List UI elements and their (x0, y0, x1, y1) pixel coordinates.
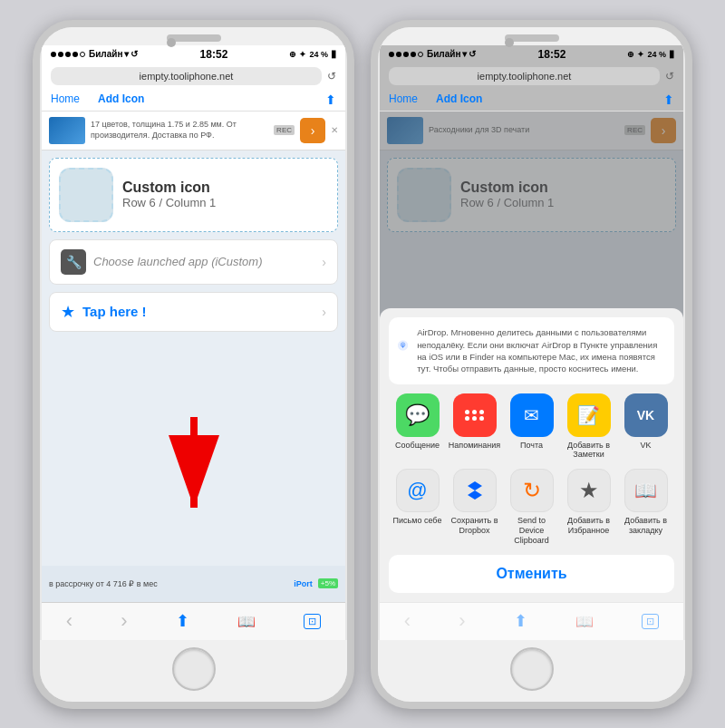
share-sheet: АirDrop. Мгновенно делитесь данными с по… (380, 308, 683, 601)
bottom-ad-badge: +5% (318, 578, 338, 588)
bottom-ad-left: в рассрочку от 4 716 ₽ в мес iPort +5% (42, 566, 345, 602)
share-btn-right[interactable]: ⬆ (663, 92, 674, 107)
send-device-icon: ↻ (510, 469, 554, 512)
share-messages[interactable]: 💬 Сообщение (392, 393, 444, 461)
url-input-right[interactable]: iempty.tooliphone.net (389, 67, 660, 85)
mail-self-icon: @ (396, 469, 440, 512)
share-vk[interactable]: VK VK (620, 393, 672, 461)
share-actions-row: @ Письмо себе Сохранить в Dropbox (389, 469, 674, 545)
battery-icon-right: ▮ (669, 48, 674, 60)
ad-image-left (49, 117, 85, 144)
screen-right: Билайн ▾ ↺ 18:52 ⊕ ✦ 24 % ▮ iempty.tooli… (380, 45, 683, 640)
carrier-right: Билайн (427, 49, 460, 59)
airdrop-banner: АirDrop. Мгновенно делитесь данными с по… (389, 317, 674, 383)
bookmarks-btn-right[interactable]: 📖 (575, 613, 594, 630)
tap-here-row-left[interactable]: ★ Tap here ! › (49, 292, 338, 332)
tabs-btn-right[interactable]: ⊡ (642, 614, 659, 629)
icon-title-left: Custom icon (122, 180, 216, 196)
share-btn-left[interactable]: ⬆ (325, 92, 336, 107)
star-icon-left: ★ (61, 302, 75, 322)
share-apps-row: 💬 Сообщение (389, 393, 674, 461)
home-button-right[interactable] (510, 647, 554, 691)
choose-app-row-left[interactable]: 🔧 Choose launched app (iCustom) › (49, 239, 338, 285)
wifi-icon-left: ▾ (124, 49, 129, 59)
forward-btn-right[interactable]: › (459, 609, 465, 633)
safari-toolbar-left: ‹ › ⬆ 📖 ⊡ (42, 602, 345, 640)
favorites-label: Добавить в Избранное (563, 516, 615, 536)
battery-pct-right: 24 % (647, 50, 666, 59)
icon-subtitle-left: Row 6 / Column 1 (122, 196, 216, 209)
refresh-btn-right[interactable]: ↺ (665, 70, 674, 83)
url-input-left[interactable]: iempty.tooliphone.net (51, 67, 322, 85)
ad-close-left[interactable]: ✕ (331, 125, 338, 135)
content-right: Расходники для 3D печати REC › Custom ic… (380, 112, 683, 602)
icon-card-left[interactable]: Custom icon Row 6 / Column 1 (49, 158, 338, 232)
address-bar-left: iempty.tooliphone.net ↺ (42, 63, 345, 89)
time-left: 18:52 (200, 48, 228, 61)
share-toolbar-btn-left[interactable]: ⬆ (176, 611, 189, 631)
home-button-left[interactable] (172, 647, 216, 691)
tabs-btn-left[interactable]: ⊡ (304, 614, 321, 629)
vk-label: VK (640, 441, 651, 451)
camera-left (167, 38, 176, 47)
cancel-button[interactable]: Отменить (389, 555, 674, 593)
mail-self-label: Письмо себе (393, 516, 442, 526)
ad-arrow-left[interactable]: › (300, 118, 325, 143)
nav-tabs-left: Home Add Icon ⬆ (42, 89, 345, 112)
svg-point-2 (398, 341, 408, 351)
bookmarks-btn-left[interactable]: 📖 (237, 613, 256, 630)
battery-pct-left: 24 % (309, 50, 328, 59)
phone-top-left (40, 27, 347, 45)
bottom-ad-logo: iPort (294, 579, 313, 588)
charge-icon-left: ⊕ (289, 50, 296, 59)
phone-bottom-left (40, 640, 347, 702)
svg-marker-6 (468, 481, 482, 500)
bookmark-label: Добавить в закладку (620, 516, 672, 536)
action-favorites[interactable]: ★ Добавить в Избранное (563, 469, 615, 545)
screen-left: Билайн ▾ ↺ 18:52 ⊕ ✦ 24 % ▮ iempty.tooli… (42, 45, 345, 640)
bluetooth-icon-right: ✦ (637, 50, 644, 59)
svg-point-5 (402, 345, 403, 345)
action-bookmark[interactable]: 📖 Добавить в закладку (620, 469, 672, 545)
share-reminders[interactable]: Напоминания (449, 393, 501, 461)
messages-icon: 💬 (396, 393, 440, 437)
content-left: 17 цветов, толщина 1.75 и 2.85 мм. От пр… (42, 112, 345, 602)
mail-label: Почта (520, 441, 543, 451)
share-mail[interactable]: ✉ Почта (506, 393, 558, 461)
time-right: 18:52 (538, 48, 566, 61)
icon-placeholder-left (59, 168, 113, 222)
tab-add-icon-right[interactable]: Add Icon (436, 92, 482, 107)
choose-text-left: Choose launched app (iCustom) (93, 255, 314, 268)
action-send-device[interactable]: ↻ Send to Device Clipboard (506, 469, 558, 545)
phone-left: Билайн ▾ ↺ 18:52 ⊕ ✦ 24 % ▮ iempty.tooli… (33, 20, 354, 709)
phone-right: Билайн ▾ ↺ 18:52 ⊕ ✦ 24 % ▮ iempty.tooli… (371, 20, 692, 709)
wifi-icon-right: ▾ (462, 49, 467, 59)
reload-icon-left: ↺ (130, 49, 138, 59)
tab-add-icon-left[interactable]: Add Icon (98, 92, 144, 107)
airdrop-description: АirDrop. Мгновенно делитесь данными с по… (417, 326, 665, 374)
tap-chevron-left: › (322, 305, 326, 319)
tab-home-left[interactable]: Home (51, 92, 80, 107)
app-name-left: (iCustom) (211, 255, 262, 268)
action-dropbox[interactable]: Сохранить в Dropbox (449, 469, 501, 545)
refresh-btn-left[interactable]: ↺ (327, 70, 336, 83)
safari-toolbar-right: ‹ › ⬆ 📖 ⊡ (380, 602, 683, 640)
bluetooth-icon-left: ✦ (299, 50, 306, 59)
back-btn-left[interactable]: ‹ (66, 609, 72, 633)
ad-text-left: 17 цветов, толщина 1.75 и 2.85 мм. От пр… (91, 120, 268, 141)
vk-icon: VK (624, 393, 668, 437)
carrier-left: Билайн (89, 49, 122, 59)
back-btn-right[interactable]: ‹ (404, 609, 411, 633)
ad-banner-left: 17 цветов, толщина 1.75 и 2.85 мм. От пр… (42, 112, 345, 150)
mail-icon: ✉ (510, 393, 554, 437)
camera-right (505, 38, 514, 47)
share-toolbar-btn-right[interactable]: ⬆ (514, 611, 527, 631)
send-device-label: Send to Device Clipboard (506, 516, 558, 545)
nav-tabs-right: Home Add Icon ⬆ (380, 89, 683, 112)
share-notes[interactable]: 📝 Добавить в Заметки (563, 393, 615, 461)
dropbox-icon (453, 469, 497, 512)
tab-home-right[interactable]: Home (389, 92, 418, 107)
action-mail-self[interactable]: @ Письмо себе (392, 469, 444, 545)
phone-bottom-right (378, 640, 685, 702)
forward-btn-left[interactable]: › (121, 609, 127, 633)
